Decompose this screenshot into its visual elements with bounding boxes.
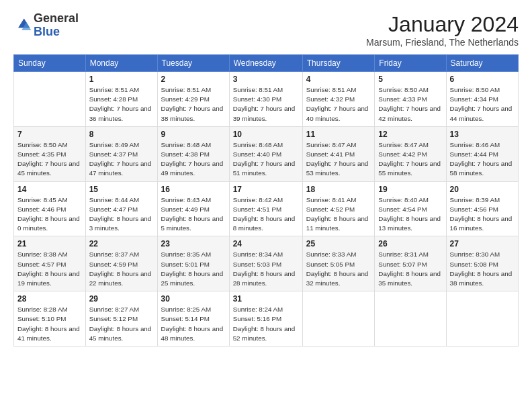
day-info: Sunrise: 8:33 AMSunset: 5:05 PMDaylight:…: [306, 250, 371, 288]
day-number: 20: [450, 185, 515, 194]
day-info: Sunrise: 8:24 AMSunset: 5:16 PMDaylight:…: [233, 305, 299, 343]
calendar-cell: 10 Sunrise: 8:48 AMSunset: 4:40 PMDaylig…: [229, 126, 302, 181]
week-row-1: 1 Sunrise: 8:51 AMSunset: 4:28 PMDayligh…: [14, 72, 519, 127]
day-number: 6: [450, 75, 515, 84]
calendar-cell: 20 Sunrise: 8:39 AMSunset: 4:56 PMDaylig…: [446, 181, 518, 236]
day-info: Sunrise: 8:41 AMSunset: 4:52 PMDaylight:…: [306, 195, 371, 234]
day-info: Sunrise: 8:51 AMSunset: 4:28 PMDaylight:…: [89, 85, 154, 124]
calendar-cell: 16 Sunrise: 8:43 AMSunset: 4:49 PMDaylig…: [157, 181, 229, 236]
day-info: Sunrise: 8:51 AMSunset: 4:29 PMDaylight:…: [161, 85, 226, 124]
header-row: Sunday Monday Tuesday Wednesday Thursday…: [14, 55, 519, 72]
calendar-cell: 6 Sunrise: 8:50 AMSunset: 4:34 PMDayligh…: [446, 72, 518, 127]
th-friday: Friday: [375, 55, 446, 72]
day-number: 18: [306, 185, 371, 194]
day-info: Sunrise: 8:50 AMSunset: 4:35 PMDaylight:…: [17, 140, 82, 179]
logo-text: General Blue: [34, 12, 79, 39]
day-number: 30: [161, 294, 226, 304]
day-info: Sunrise: 8:42 AMSunset: 4:51 PMDaylight:…: [233, 195, 299, 234]
day-number: 8: [89, 130, 154, 139]
calendar-cell: 1 Sunrise: 8:51 AMSunset: 4:28 PMDayligh…: [85, 72, 157, 127]
logo-blue: Blue: [34, 25, 60, 38]
calendar-cell: [14, 72, 86, 127]
day-number: 29: [89, 294, 154, 304]
month-title: January 2024: [366, 12, 519, 37]
location-subtitle: Marsum, Friesland, The Netherlands: [366, 37, 519, 48]
day-info: Sunrise: 8:44 AMSunset: 4:47 PMDaylight:…: [89, 195, 154, 234]
day-number: 19: [378, 185, 442, 194]
th-thursday: Thursday: [302, 55, 375, 72]
day-number: 21: [17, 239, 82, 248]
day-number: 31: [233, 294, 299, 304]
day-number: 10: [233, 130, 299, 139]
th-tuesday: Tuesday: [157, 55, 229, 72]
day-number: 9: [161, 130, 226, 139]
day-info: Sunrise: 8:46 AMSunset: 4:44 PMDaylight:…: [450, 140, 515, 179]
day-info: Sunrise: 8:43 AMSunset: 4:49 PMDaylight:…: [161, 195, 226, 234]
day-info: Sunrise: 8:39 AMSunset: 4:56 PMDaylight:…: [450, 195, 515, 234]
day-info: Sunrise: 8:50 AMSunset: 4:33 PMDaylight:…: [378, 85, 442, 124]
day-info: Sunrise: 8:37 AMSunset: 4:59 PMDaylight:…: [89, 250, 154, 288]
calendar-cell: 15 Sunrise: 8:44 AMSunset: 4:47 PMDaylig…: [85, 181, 157, 236]
header: General Blue January 2024 Marsum, Friesl…: [13, 12, 519, 48]
day-number: 14: [17, 185, 82, 194]
day-info: Sunrise: 8:34 AMSunset: 5:03 PMDaylight:…: [233, 250, 299, 288]
day-info: Sunrise: 8:48 AMSunset: 4:40 PMDaylight:…: [233, 140, 299, 179]
calendar-cell: 30 Sunrise: 8:25 AMSunset: 5:14 PMDaylig…: [157, 291, 229, 347]
day-number: 25: [306, 239, 371, 248]
day-number: 22: [89, 239, 154, 248]
calendar-cell: 9 Sunrise: 8:48 AMSunset: 4:38 PMDayligh…: [157, 126, 229, 181]
th-saturday: Saturday: [446, 55, 518, 72]
calendar-cell: 31 Sunrise: 8:24 AMSunset: 5:16 PMDaylig…: [229, 291, 302, 347]
day-info: Sunrise: 8:45 AMSunset: 4:46 PMDaylight:…: [17, 195, 82, 234]
day-number: 7: [17, 130, 82, 139]
calendar-cell: [302, 291, 375, 347]
th-sunday: Sunday: [14, 55, 86, 72]
day-number: 28: [17, 294, 82, 304]
calendar-cell: 13 Sunrise: 8:46 AMSunset: 4:44 PMDaylig…: [446, 126, 518, 181]
day-info: Sunrise: 8:35 AMSunset: 5:01 PMDaylight:…: [161, 250, 226, 288]
calendar-cell: [446, 291, 518, 347]
logo: General Blue: [13, 12, 79, 39]
day-info: Sunrise: 8:47 AMSunset: 4:42 PMDaylight:…: [378, 140, 442, 179]
day-number: 4: [306, 75, 371, 84]
day-info: Sunrise: 8:28 AMSunset: 5:10 PMDaylight:…: [17, 305, 82, 343]
day-number: 23: [161, 239, 226, 248]
week-row-5: 28 Sunrise: 8:28 AMSunset: 5:10 PMDaylig…: [14, 291, 519, 347]
day-number: 3: [233, 75, 299, 84]
logo-general: General: [34, 11, 79, 25]
day-number: 2: [161, 75, 226, 84]
day-info: Sunrise: 8:40 AMSunset: 4:54 PMDaylight:…: [378, 195, 442, 234]
day-info: Sunrise: 8:30 AMSunset: 5:08 PMDaylight:…: [450, 250, 515, 288]
day-number: 17: [233, 185, 299, 194]
calendar-cell: [375, 291, 446, 347]
day-number: 11: [306, 130, 371, 139]
day-info: Sunrise: 8:50 AMSunset: 4:34 PMDaylight:…: [450, 85, 515, 124]
th-monday: Monday: [85, 55, 157, 72]
calendar-cell: 14 Sunrise: 8:45 AMSunset: 4:46 PMDaylig…: [14, 181, 86, 236]
calendar-cell: 26 Sunrise: 8:31 AMSunset: 5:07 PMDaylig…: [375, 236, 446, 291]
calendar-cell: 3 Sunrise: 8:51 AMSunset: 4:30 PMDayligh…: [229, 72, 302, 127]
day-number: 5: [378, 75, 442, 84]
day-info: Sunrise: 8:51 AMSunset: 4:32 PMDaylight:…: [306, 85, 371, 124]
calendar-cell: 2 Sunrise: 8:51 AMSunset: 4:29 PMDayligh…: [157, 72, 229, 127]
calendar-cell: 29 Sunrise: 8:27 AMSunset: 5:12 PMDaylig…: [85, 291, 157, 347]
calendar-cell: 21 Sunrise: 8:38 AMSunset: 4:57 PMDaylig…: [14, 236, 86, 291]
calendar-cell: 22 Sunrise: 8:37 AMSunset: 4:59 PMDaylig…: [85, 236, 157, 291]
week-row-2: 7 Sunrise: 8:50 AMSunset: 4:35 PMDayligh…: [14, 126, 519, 181]
title-block: January 2024 Marsum, Friesland, The Neth…: [366, 12, 519, 48]
calendar-cell: 17 Sunrise: 8:42 AMSunset: 4:51 PMDaylig…: [229, 181, 302, 236]
th-wednesday: Wednesday: [229, 55, 302, 72]
day-info: Sunrise: 8:51 AMSunset: 4:30 PMDaylight:…: [233, 85, 299, 124]
calendar-cell: 7 Sunrise: 8:50 AMSunset: 4:35 PMDayligh…: [14, 126, 86, 181]
day-info: Sunrise: 8:27 AMSunset: 5:12 PMDaylight:…: [89, 305, 154, 343]
calendar-cell: 23 Sunrise: 8:35 AMSunset: 5:01 PMDaylig…: [157, 236, 229, 291]
calendar-table: Sunday Monday Tuesday Wednesday Thursday…: [13, 54, 519, 347]
day-info: Sunrise: 8:31 AMSunset: 5:07 PMDaylight:…: [378, 250, 442, 288]
calendar-cell: 18 Sunrise: 8:41 AMSunset: 4:52 PMDaylig…: [302, 181, 375, 236]
calendar-cell: 27 Sunrise: 8:30 AMSunset: 5:08 PMDaylig…: [446, 236, 518, 291]
day-info: Sunrise: 8:38 AMSunset: 4:57 PMDaylight:…: [17, 250, 82, 288]
calendar-cell: 11 Sunrise: 8:47 AMSunset: 4:41 PMDaylig…: [302, 126, 375, 181]
calendar-cell: 5 Sunrise: 8:50 AMSunset: 4:33 PMDayligh…: [375, 72, 446, 127]
logo-icon: [13, 16, 32, 35]
day-number: 1: [89, 75, 154, 84]
